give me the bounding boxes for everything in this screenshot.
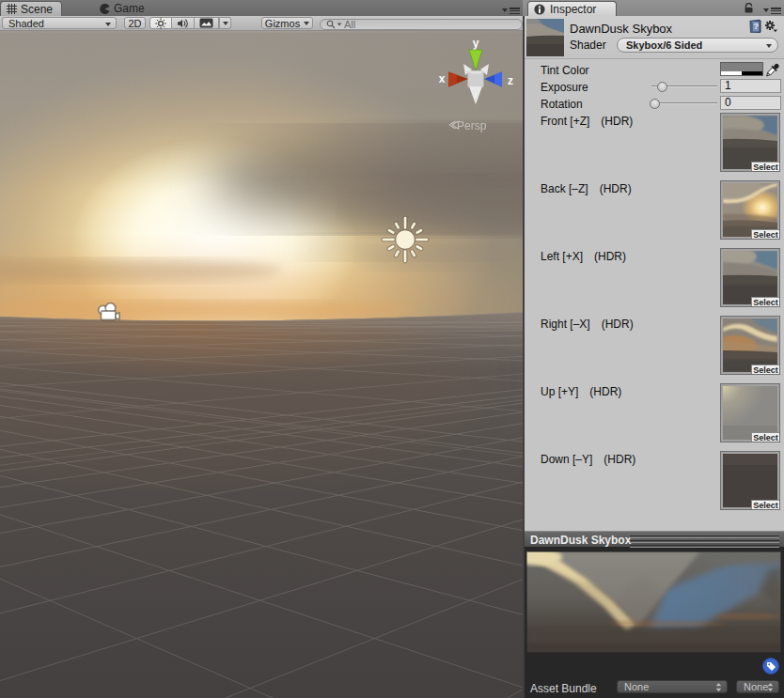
svg-text:Persp: Persp: [457, 119, 487, 132]
svg-text:?: ?: [754, 22, 760, 31]
svg-text:x: x: [439, 72, 446, 85]
svg-text:y: y: [473, 37, 479, 50]
svg-text:z: z: [508, 74, 513, 87]
